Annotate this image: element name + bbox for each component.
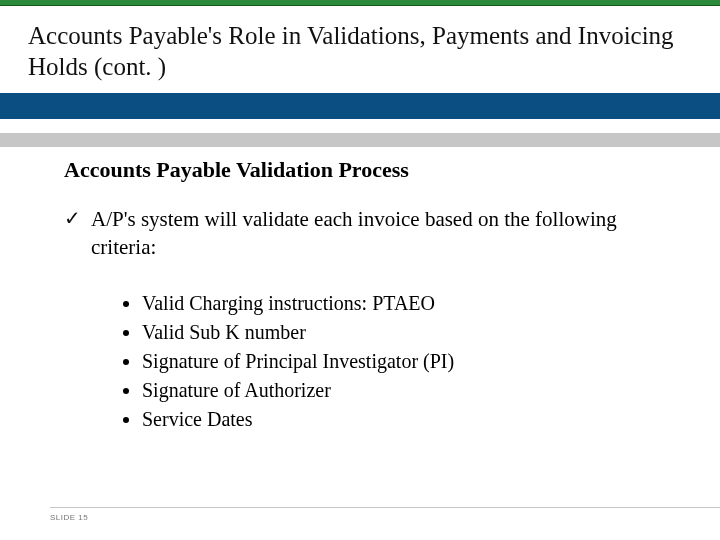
list-item: Valid Sub K number bbox=[142, 318, 680, 347]
criteria-list: Valid Charging instructions: PTAEO Valid… bbox=[142, 289, 680, 434]
title-area: Accounts Payable's Role in Validations, … bbox=[0, 6, 720, 93]
slide-number: SLIDE 15 bbox=[50, 513, 88, 522]
check-bullet-row: ✓ A/P's system will validate each invoic… bbox=[64, 205, 680, 262]
check-bullet-text: A/P's system will validate each invoice … bbox=[91, 205, 680, 262]
list-item: Signature of Authorizer bbox=[142, 376, 680, 405]
list-item: Service Dates bbox=[142, 405, 680, 434]
section-heading: Accounts Payable Validation Process bbox=[64, 157, 680, 183]
slide-title: Accounts Payable's Role in Validations, … bbox=[28, 20, 692, 83]
gray-bar bbox=[0, 133, 720, 147]
list-item: Signature of Principal Investigator (PI) bbox=[142, 347, 680, 376]
list-item: Valid Charging instructions: PTAEO bbox=[142, 289, 680, 318]
checkmark-icon: ✓ bbox=[64, 205, 81, 231]
blue-bar bbox=[0, 93, 720, 119]
content-area: Accounts Payable Validation Process ✓ A/… bbox=[0, 147, 720, 435]
footer-rule bbox=[50, 507, 720, 508]
